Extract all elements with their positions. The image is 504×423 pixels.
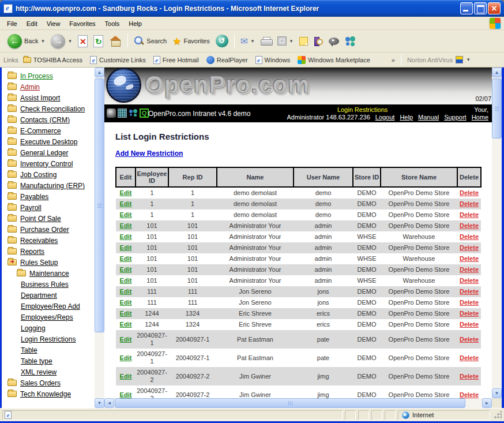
favorites-button[interactable]: ★ Favorites (170, 34, 213, 48)
horizontal-scrollbar[interactable]: ◄ ► (104, 398, 492, 408)
scroll-left-button[interactable]: ◄ (104, 398, 114, 408)
sidebar-item-contacts-crm-[interactable]: Contacts (CRM) (2, 114, 95, 125)
main-scroll-down-button[interactable]: ▼ (492, 388, 502, 398)
sidebar-item-receivables[interactable]: Receivables (2, 235, 95, 246)
sidebar-item-job-costing[interactable]: Job Costing (2, 169, 95, 180)
edit-link[interactable]: Edit (120, 222, 132, 229)
edit-link[interactable]: Edit (120, 310, 132, 317)
msn-messenger-button[interactable] (342, 35, 359, 47)
edit-link[interactable]: Edit (120, 189, 132, 196)
q-logo-icon[interactable]: Q (140, 108, 149, 118)
edit-link[interactable]: Edit (120, 244, 132, 251)
edit-link[interactable]: Edit (120, 391, 132, 398)
delete-link[interactable]: Delete (460, 244, 479, 251)
menu-edit[interactable]: Edit (22, 18, 42, 29)
delete-link[interactable]: Delete (460, 255, 479, 262)
intranet-link-manual[interactable]: Manual (418, 114, 439, 121)
delete-link[interactable]: Delete (460, 354, 479, 361)
delete-link[interactable]: Delete (460, 222, 479, 229)
sidebar-item-login-restrictions[interactable]: Login Restrictions (2, 334, 95, 345)
sidebar-item-assist-import[interactable]: Assist Import (2, 92, 95, 103)
messenger-button[interactable] (326, 36, 342, 46)
sidebar-scrollbar-thumb[interactable] (95, 78, 104, 332)
fullscreen-dropdown-arrow[interactable]: ▼ (289, 39, 294, 44)
edit-link[interactable]: Edit (120, 373, 132, 380)
mail-dropdown-arrow[interactable]: ▼ (250, 39, 255, 44)
sidebar-item-maintenance[interactable]: Maintenance (2, 268, 95, 279)
delete-link[interactable]: Delete (460, 189, 479, 196)
add-new-restriction-link[interactable]: Add New Restriction (115, 149, 183, 158)
menu-favorites[interactable]: Favorites (65, 18, 100, 29)
horizontal-scrollbar-thumb[interactable] (115, 398, 465, 408)
delete-link[interactable]: Delete (460, 373, 479, 380)
resize-grip[interactable] (494, 411, 502, 419)
refresh-button[interactable]: ↻ (91, 34, 106, 48)
delete-link[interactable]: Delete (460, 299, 479, 306)
forward-dropdown-arrow[interactable]: ▼ (67, 39, 72, 44)
sidebar-item-tech-knowledge[interactable]: Tech Knowledge (2, 388, 95, 399)
link-button-customize-links[interactable]: Customize Links (90, 56, 146, 64)
edit-link[interactable]: Edit (120, 255, 132, 262)
sidebar-item-rules-setup[interactable]: Rules Setup (2, 257, 95, 268)
print-button[interactable] (258, 36, 274, 47)
search-button[interactable]: Search (131, 35, 170, 47)
main-vertical-scrollbar[interactable]: ▲ ▼ (492, 68, 502, 408)
sidebar-item-purchase-order[interactable]: Purchase Order (2, 224, 95, 235)
link-button-windows-marketplace[interactable]: Windows Marketplace (298, 56, 370, 64)
link-button-toshiba-access[interactable]: TOSHIBA Access (23, 57, 82, 63)
back-dropdown-arrow[interactable]: ▼ (40, 39, 45, 44)
delete-link[interactable]: Delete (460, 288, 479, 295)
stop-button[interactable]: ✕ (75, 34, 91, 48)
edit-link[interactable]: Edit (120, 266, 132, 273)
edit-link[interactable]: Edit (120, 354, 132, 361)
sidebar-item-admin[interactable]: Admin (2, 81, 95, 92)
link-button-free-hotmail[interactable]: Free Hotmail (153, 56, 199, 64)
edit-link[interactable]: Edit (120, 211, 132, 218)
close-button[interactable] (488, 2, 501, 14)
sidebar-item-xml-review[interactable]: XML review (2, 366, 95, 377)
sidebar-item-executive-desktop[interactable]: Executive Desktop (2, 136, 95, 147)
delete-link[interactable]: Delete (460, 233, 479, 240)
edit-link[interactable]: Edit (120, 277, 132, 284)
delete-link[interactable]: Delete (460, 310, 479, 317)
menu-help[interactable]: Help (124, 18, 146, 29)
back-button[interactable]: ← Back ▼ (5, 33, 48, 50)
menu-file[interactable]: File (2, 18, 22, 29)
sidebar-item-table[interactable]: Table (2, 345, 95, 355)
main-scroll-up-button[interactable]: ▲ (492, 68, 502, 77)
edit-link[interactable]: Edit (120, 200, 132, 207)
delete-link[interactable]: Delete (460, 321, 479, 328)
delete-link[interactable]: Delete (460, 211, 479, 218)
fullscreen-button[interactable]: ▼ (274, 35, 296, 47)
sidebar-item-point-of-sale[interactable]: Point Of Sale (2, 213, 95, 224)
sidebar-item-employee-rep-add[interactable]: Employee/Rep Add (2, 301, 95, 312)
links-overflow-chevron[interactable]: » (392, 57, 395, 63)
edit-link[interactable]: Edit (120, 233, 132, 240)
history-button[interactable]: ↺ (213, 33, 231, 48)
intranet-link-help[interactable]: Help (400, 114, 413, 121)
sidebar-item-check-reconciliation[interactable]: Check Reconciliation (2, 103, 95, 114)
sidebar-item-inventory-control[interactable]: Inventory Control (2, 158, 95, 169)
sidebar-item-business-rules[interactable]: Business Rules (2, 279, 95, 290)
world-tool-icon[interactable] (107, 108, 116, 118)
main-scrollbar-thumb[interactable] (492, 78, 502, 138)
menu-tools[interactable]: Tools (100, 18, 125, 29)
sidebar-item-logging[interactable]: Logging (2, 323, 95, 334)
delete-link[interactable]: Delete (460, 391, 479, 398)
delete-link[interactable]: Delete (460, 266, 479, 273)
norton-antivirus-toolbar[interactable]: Norton AntiVirus ▼ (407, 56, 471, 63)
intranet-link-logout[interactable]: Logout (375, 114, 395, 121)
sidebar-item-manufacturing-erp-[interactable]: Manufacturing (ERP) (2, 180, 95, 191)
sidebar-item-general-ledger[interactable]: General Ledger (2, 147, 95, 158)
sidebar-item-sales-orders[interactable]: Sales Orders (2, 377, 95, 388)
mail-button[interactable]: ✉ ▼ (238, 35, 258, 48)
sidebar-item-e-commerce[interactable]: E-Commerce (2, 125, 95, 136)
sidebar-item-department[interactable]: Department (2, 290, 95, 301)
scroll-right-button[interactable]: ► (482, 398, 492, 408)
sidebar-item-payroll[interactable]: Payroll (2, 202, 95, 213)
norton-dropdown-arrow[interactable]: ▼ (466, 57, 471, 62)
edit-link[interactable]: Edit (120, 336, 132, 343)
link-button-windows[interactable]: Windows (255, 56, 291, 64)
sidebar-item-payables[interactable]: Payables (2, 191, 95, 202)
calculator-icon[interactable] (118, 108, 127, 118)
